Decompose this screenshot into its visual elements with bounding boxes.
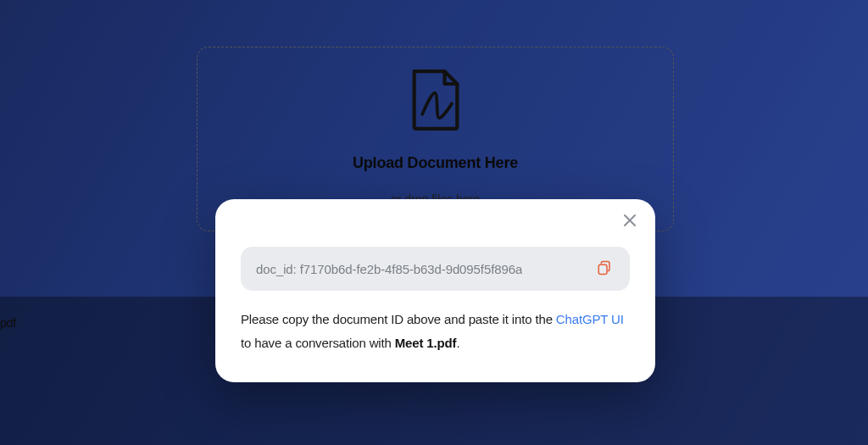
filename-label: Meet 1.pdf <box>395 336 457 350</box>
instruction-suffix: . <box>456 336 459 350</box>
chatgpt-ui-link[interactable]: ChatGPT UI <box>556 312 624 326</box>
doc-id-modal: doc_id: f7170b6d-fe2b-4f85-b63d-9d095f5f… <box>215 199 655 382</box>
doc-id-value: doc_id: f7170b6d-fe2b-4f85-b63d-9d095f5f… <box>256 262 522 276</box>
copy-button[interactable] <box>594 259 615 279</box>
instruction-text: Please copy the document ID above and pa… <box>241 308 630 355</box>
svg-rect-0 <box>598 264 607 274</box>
doc-id-field: doc_id: f7170b6d-fe2b-4f85-b63d-9d095f5f… <box>241 247 630 291</box>
instruction-prefix: Please copy the document ID above and pa… <box>241 312 556 326</box>
instruction-middle: to have a conversation with <box>241 336 395 350</box>
pdf-file-icon <box>407 68 465 136</box>
upload-title: Upload Document Here <box>353 154 518 172</box>
close-button[interactable] <box>620 211 640 231</box>
close-icon <box>623 214 637 230</box>
copy-icon <box>597 260 612 278</box>
